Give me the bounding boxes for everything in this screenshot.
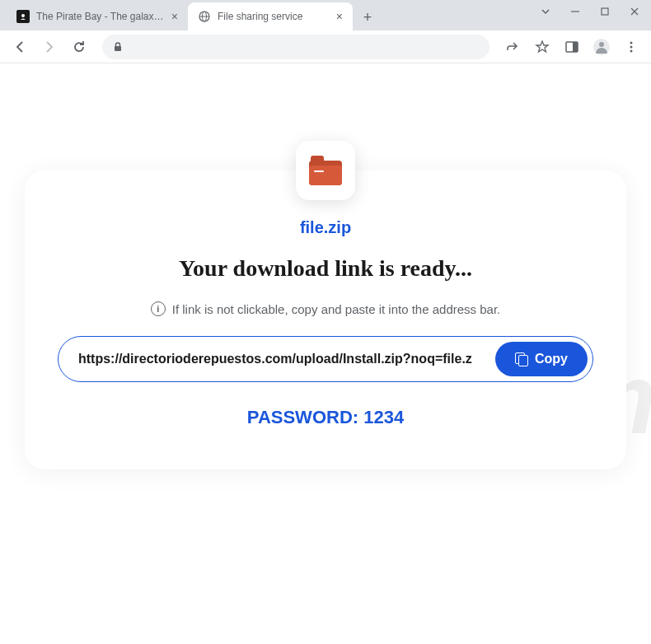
favicon-icon xyxy=(16,10,30,23)
side-panel-icon[interactable] xyxy=(559,34,585,60)
tab-close-icon[interactable]: × xyxy=(171,10,178,23)
file-icon xyxy=(296,141,355,200)
svg-point-12 xyxy=(630,45,633,48)
back-button[interactable] xyxy=(7,34,33,60)
address-bar[interactable] xyxy=(102,35,489,59)
page-content: risk.com file.zip Your download link is … xyxy=(0,63,651,644)
menu-icon[interactable] xyxy=(618,34,644,60)
window-controls xyxy=(541,7,639,16)
svg-point-2 xyxy=(21,14,25,17)
svg-point-13 xyxy=(630,49,633,52)
forward-button[interactable] xyxy=(36,34,63,60)
share-icon[interactable] xyxy=(499,34,526,60)
hint-text: If link is not clickable, copy and paste… xyxy=(172,302,501,316)
copy-button[interactable]: Copy xyxy=(495,342,588,376)
download-card: file.zip Your download link is ready... … xyxy=(25,170,626,469)
bookmark-icon[interactable] xyxy=(529,34,555,60)
tab-close-icon[interactable]: × xyxy=(336,10,343,23)
download-url[interactable]: https://directorioderepuestos.com/upload… xyxy=(78,352,485,366)
tab-title: File sharing service xyxy=(218,11,330,22)
hint-row: i If link is not clickable, copy and pas… xyxy=(58,301,593,316)
lock-icon xyxy=(112,41,124,53)
svg-point-11 xyxy=(630,41,633,44)
browser-window: The Pirate Bay - The galaxy's mos × File… xyxy=(0,0,651,644)
close-icon[interactable] xyxy=(630,7,639,16)
svg-rect-1 xyxy=(602,8,608,15)
copy-label: Copy xyxy=(535,352,568,366)
svg-rect-6 xyxy=(115,46,121,51)
tab-title: The Pirate Bay - The galaxy's mos xyxy=(36,11,165,22)
chevron-down-icon[interactable] xyxy=(541,7,550,16)
tab-file-sharing[interactable]: File sharing service × xyxy=(188,2,353,30)
minimize-icon[interactable] xyxy=(570,7,580,16)
profile-icon[interactable] xyxy=(588,34,615,60)
reload-button[interactable] xyxy=(66,34,92,60)
copy-icon xyxy=(515,352,528,366)
svg-rect-8 xyxy=(573,42,578,52)
url-row: https://directorioderepuestos.com/upload… xyxy=(58,336,593,382)
toolbar-actions xyxy=(499,34,644,60)
headline: Your download link is ready... xyxy=(58,255,593,282)
new-tab-button[interactable]: + xyxy=(356,6,379,29)
toolbar xyxy=(0,30,651,63)
globe-icon xyxy=(198,10,211,23)
password-label: PASSWORD: 1234 xyxy=(58,407,593,428)
info-icon: i xyxy=(151,301,166,316)
maximize-icon[interactable] xyxy=(600,7,610,16)
tab-pirate-bay[interactable]: The Pirate Bay - The galaxy's mos × xyxy=(7,2,188,30)
svg-point-10 xyxy=(599,42,604,47)
